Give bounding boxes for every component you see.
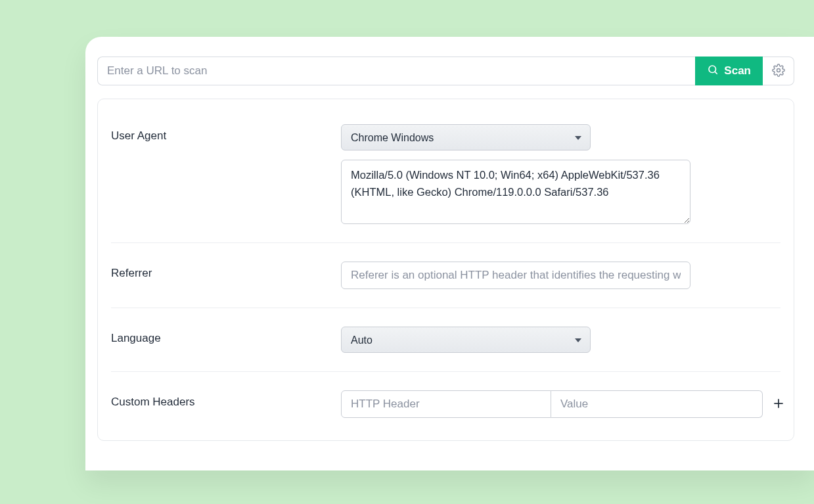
svg-point-2 bbox=[777, 68, 780, 72]
custom-headers-row: Custom Headers bbox=[111, 372, 780, 424]
referrer-row: Referrer bbox=[111, 243, 780, 308]
user-agent-textarea[interactable] bbox=[341, 160, 690, 224]
referrer-label: Referrer bbox=[111, 262, 341, 280]
svg-point-0 bbox=[709, 66, 716, 73]
svg-line-1 bbox=[715, 72, 718, 74]
user-agent-label: User Agent bbox=[111, 124, 341, 143]
header-input-group bbox=[341, 390, 785, 418]
custom-headers-label: Custom Headers bbox=[111, 390, 341, 409]
referrer-input[interactable] bbox=[341, 262, 690, 289]
header-value-input[interactable] bbox=[551, 390, 763, 418]
scan-button-label: Scan bbox=[724, 64, 751, 78]
language-label: Language bbox=[111, 327, 341, 345]
gear-icon bbox=[772, 64, 785, 79]
language-row: Language Auto bbox=[111, 308, 780, 372]
url-bar: Scan bbox=[97, 57, 794, 85]
language-select[interactable]: Auto bbox=[341, 327, 591, 353]
options-panel: User Agent Chrome Windows Referrer Langu… bbox=[97, 99, 794, 441]
plus-icon bbox=[772, 397, 785, 412]
language-select-wrap: Auto bbox=[341, 327, 591, 353]
settings-button[interactable] bbox=[763, 57, 794, 85]
user-agent-row: User Agent Chrome Windows bbox=[111, 106, 780, 243]
scan-card: Scan User Agent Chrome Windows Referrer bbox=[85, 37, 814, 470]
user-agent-select[interactable]: Chrome Windows bbox=[341, 124, 591, 150]
add-header-button[interactable] bbox=[772, 397, 785, 412]
search-icon bbox=[707, 64, 719, 79]
url-input[interactable] bbox=[97, 57, 695, 85]
header-key-input[interactable] bbox=[341, 390, 551, 418]
user-agent-select-wrap: Chrome Windows bbox=[341, 124, 591, 150]
scan-button[interactable]: Scan bbox=[695, 57, 763, 85]
